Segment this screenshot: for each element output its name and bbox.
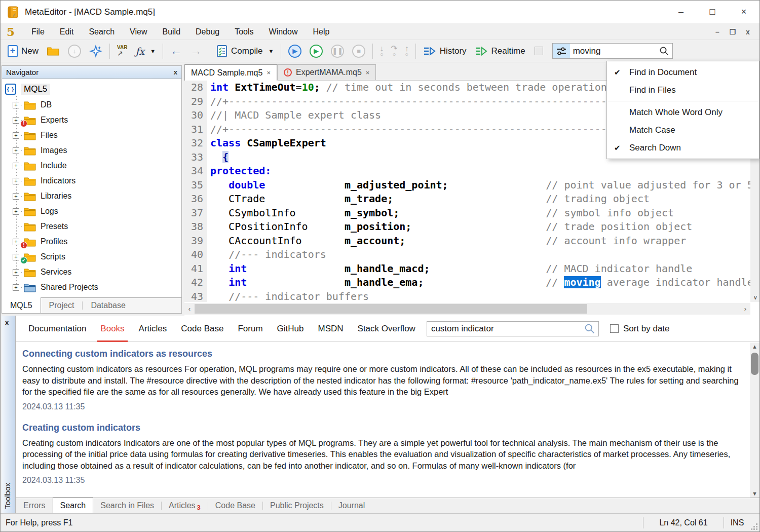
mdi-minimize-icon[interactable]: – (710, 28, 725, 36)
bottom-tab-search[interactable]: Search (53, 497, 94, 513)
close-icon[interactable]: × (728, 1, 759, 23)
tree-item-profiles[interactable]: +!Profiles (2, 234, 181, 249)
menu-window[interactable]: Window (261, 23, 306, 40)
editor-tab-expertmama-mq5[interactable]: !ExpertMAMA.mq5× (277, 64, 376, 80)
search-options-button[interactable] (553, 44, 570, 58)
menu-edit[interactable]: Edit (52, 23, 82, 40)
menu-item-match-case[interactable]: Match Case (607, 121, 759, 139)
pause-debug-button[interactable]: ❚❚ (327, 42, 348, 60)
navigator-tab-mql5[interactable]: MQL5 (2, 297, 41, 313)
navigator-close-icon[interactable]: x (174, 68, 177, 76)
result-title[interactable]: Connecting custom indicators as resource… (22, 349, 749, 359)
close-tab-icon[interactable]: × (366, 69, 370, 77)
tree-item-include[interactable]: +Include (2, 158, 181, 173)
compile-button[interactable]: Compile ▼ (212, 42, 278, 60)
toolbox-tab-documentation[interactable]: Documentation (21, 316, 93, 342)
start-debug-button[interactable]: ▶ (306, 42, 327, 60)
editor-tab-macd sample-mq5[interactable]: MACD Sample.mq5× (184, 64, 277, 81)
toolbox-tab-books[interactable]: Books (93, 316, 131, 342)
expand-icon[interactable]: + (13, 208, 19, 215)
toolbox-tab-github[interactable]: GitHub (270, 316, 311, 342)
toolbox-tab-forum[interactable]: Forum (231, 316, 270, 342)
sort-by-date-checkbox[interactable] (610, 324, 619, 333)
menu-build[interactable]: Build (155, 23, 188, 40)
search-input[interactable] (570, 46, 659, 56)
tree-item-indicators[interactable]: +Indicators (2, 173, 181, 188)
menu-item-find-in-document[interactable]: ✔Find in Document (607, 63, 759, 81)
stop-debug-button[interactable]: ■ (348, 42, 369, 60)
maximize-icon[interactable]: □ (697, 1, 728, 23)
tree-item-scripts[interactable]: +✓Scripts (2, 249, 181, 264)
get-from-storage-button[interactable]: ↓ (64, 42, 85, 60)
close-tab-icon[interactable]: × (267, 69, 271, 77)
expand-icon[interactable]: + (13, 132, 19, 139)
toolbox-search-input[interactable] (427, 324, 584, 334)
bottom-tab-code-base[interactable]: Code Base (208, 498, 262, 513)
expand-icon[interactable]: + (13, 254, 19, 260)
scroll-down-icon[interactable]: ▼ (750, 490, 759, 497)
open-folder-button[interactable] (43, 42, 64, 60)
menu-debug[interactable]: Debug (188, 23, 227, 40)
menu-search[interactable]: Search (81, 23, 122, 40)
tree-item-logs[interactable]: +Logs (2, 204, 181, 219)
tree-item-shared-projects[interactable]: +Shared Projects (2, 280, 181, 295)
new-button[interactable]: New (4, 42, 43, 60)
goto-definition-button[interactable]: VAR ↗ (113, 42, 131, 60)
step-over-button[interactable]: ↷○ (387, 46, 401, 57)
search-result-item[interactable]: Creating custom indicatorsCreating custo… (22, 423, 749, 485)
toolbox-tab-msdn[interactable]: MSDN (311, 316, 351, 342)
expand-icon[interactable]: + (13, 239, 19, 245)
toolbox-close-icon[interactable]: x (5, 319, 9, 326)
scrollbar-thumb[interactable] (751, 353, 758, 375)
navigate-back-button[interactable]: ← (166, 42, 186, 60)
tree-item-db[interactable]: +DB (2, 97, 181, 112)
history-button[interactable]: History (419, 42, 471, 60)
bottom-tab-articles[interactable]: Articles3 (162, 498, 208, 513)
bottom-tab-public-projects[interactable]: Public Projects (263, 498, 331, 513)
search-icon[interactable] (584, 323, 595, 334)
navigator-tab-project[interactable]: Project (41, 298, 83, 313)
copilot-button[interactable] (85, 42, 106, 60)
expand-icon[interactable]: + (13, 269, 19, 276)
expand-icon[interactable]: + (13, 284, 19, 291)
restart-debug-button[interactable]: ▶ (284, 42, 306, 60)
step-out-button[interactable]: ↑○ (401, 46, 412, 57)
expand-icon[interactable]: + (13, 102, 19, 108)
tree-item-images[interactable]: +Images (2, 143, 181, 158)
scroll-left-icon[interactable]: ‹ (184, 305, 195, 313)
menu-item-find-in-files[interactable]: Find in Files (607, 81, 759, 99)
bottom-tab-search-in-files[interactable]: Search in Files (93, 498, 161, 513)
tree-item-files[interactable]: +Files (2, 128, 181, 143)
navigator-tab-database[interactable]: Database (83, 298, 134, 313)
menu-view[interactable]: View (122, 23, 155, 40)
sort-by-date-control[interactable]: Sort by date (610, 324, 670, 334)
expand-icon[interactable]: + (13, 147, 19, 154)
bottom-tab-journal[interactable]: Journal (331, 498, 372, 513)
tree-item-libraries[interactable]: +Libraries (2, 188, 181, 204)
realtime-button[interactable]: Realtime (471, 42, 529, 60)
toolbox-tab-articles[interactable]: Articles (132, 316, 174, 342)
navigate-forward-button[interactable]: → (186, 42, 206, 60)
scroll-down-icon[interactable]: ∨ (750, 294, 760, 301)
search-result-item[interactable]: Connecting custom indicators as resource… (22, 349, 749, 411)
function-list-button[interactable]: ƒx ▼ (131, 42, 160, 60)
tree-item-presets[interactable]: Presets (2, 219, 181, 234)
scroll-right-icon[interactable]: › (740, 305, 750, 313)
tree-item-experts[interactable]: +!Experts (2, 112, 181, 128)
menu-item-match-whole-word-only[interactable]: Match Whole Word Only (607, 103, 759, 121)
search-icon[interactable] (659, 46, 669, 56)
expand-icon[interactable]: + (13, 193, 19, 200)
toolbox-tab-code-base[interactable]: Code Base (174, 316, 231, 342)
resize-grip[interactable] (750, 523, 757, 530)
step-into-button[interactable]: ↓○ (376, 46, 387, 57)
menu-item-search-down[interactable]: ✔Search Down (607, 139, 759, 157)
editor-horizontal-scrollbar[interactable]: ‹ › (184, 303, 750, 315)
scrollbar-thumb[interactable] (195, 304, 587, 314)
expand-icon[interactable]: + (13, 117, 19, 124)
toolbox-tab-stack-overflow[interactable]: Stack Overflow (351, 316, 423, 342)
menu-file[interactable]: File (24, 23, 52, 40)
menu-tools[interactable]: Tools (227, 23, 261, 40)
expand-icon[interactable]: + (13, 163, 19, 169)
scroll-up-icon[interactable]: ▲ (750, 344, 759, 350)
expand-icon[interactable]: + (13, 178, 19, 184)
